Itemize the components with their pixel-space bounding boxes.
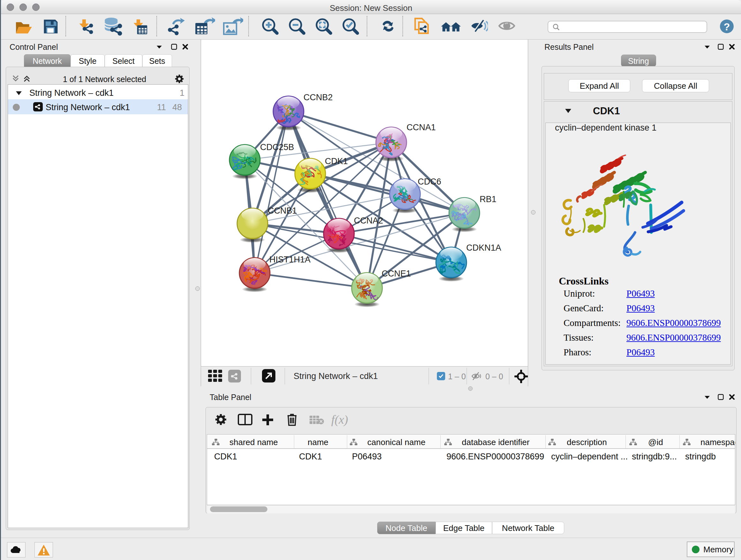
svg-text:CCNE1: CCNE1 <box>382 269 411 278</box>
svg-text:CDC25B: CDC25B <box>260 142 294 152</box>
svg-text:CDK1: CDK1 <box>325 157 348 166</box>
svg-text:HIST1H1A: HIST1H1A <box>269 255 311 264</box>
svg-text:CCNB1: CCNB1 <box>268 206 297 215</box>
svg-text:CCNA1: CCNA1 <box>407 123 436 132</box>
svg-text:CCNA2: CCNA2 <box>354 216 383 226</box>
svg-text:RB1: RB1 <box>480 194 496 204</box>
svg-text:CCNB2: CCNB2 <box>304 92 333 102</box>
svg-text:CDC6: CDC6 <box>418 177 441 186</box>
svg-text:CDKN1A: CDKN1A <box>466 243 501 253</box>
